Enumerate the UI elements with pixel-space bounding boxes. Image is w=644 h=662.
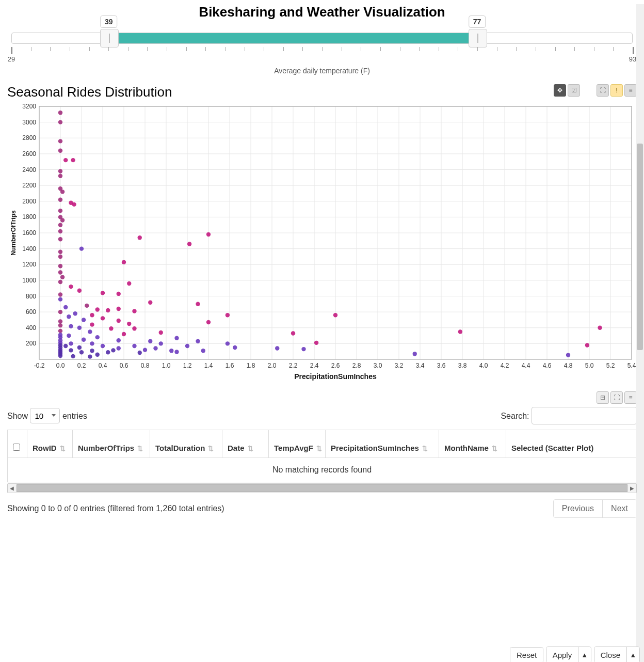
svg-text:3.2: 3.2 (395, 362, 404, 369)
svg-point-141 (226, 313, 230, 317)
select-icon[interactable]: ☑ (568, 84, 580, 97)
column-header[interactable]: MonthName⇅ (439, 430, 506, 458)
svg-point-209 (71, 354, 75, 358)
page-size-select[interactable]: 102550100 (30, 408, 60, 423)
scatter-chart[interactable]: -0.20.00.20.40.60.81.01.21.41.61.82.02.2… (7, 103, 637, 382)
search-input[interactable] (532, 407, 637, 424)
move-icon[interactable]: ✥ (554, 84, 566, 97)
svg-point-145 (82, 318, 86, 322)
data-table: RowID⇅NumberOfTrips⇅TotalDuration⇅Date⇅T… (7, 430, 637, 482)
svg-point-203 (174, 350, 179, 354)
svg-point-117 (58, 255, 62, 259)
svg-text:3000: 3000 (22, 119, 36, 126)
column-label: Date (228, 444, 245, 452)
svg-point-171 (196, 339, 200, 343)
svg-point-116 (58, 250, 62, 254)
svg-text:0.8: 0.8 (141, 362, 150, 369)
svg-point-121 (60, 275, 65, 279)
svg-point-190 (275, 346, 279, 350)
column-label: MonthName (444, 444, 489, 452)
svg-point-176 (226, 341, 230, 345)
svg-text:0.0: 0.0 (56, 362, 65, 369)
show-prefix: Show (7, 412, 28, 420)
column-label: Selected (Scatter Plot) (511, 444, 593, 452)
reset-button[interactable]: Reset (510, 648, 543, 663)
column-label: TempAvgF (274, 444, 313, 452)
table-toolbar: ⊟ ⛶ ≡ (7, 391, 637, 404)
slider-low-value: 39 (100, 15, 118, 28)
scroll-left-icon[interactable]: ◀ (8, 484, 16, 493)
svg-point-204 (413, 352, 417, 356)
close-dropdown-icon[interactable]: ▴ (626, 647, 639, 662)
svg-text:4.2: 4.2 (501, 362, 509, 369)
svg-point-187 (117, 346, 121, 350)
temperature-range-slider[interactable]: 39 77 2993 Average daily temperature (F) (11, 33, 633, 75)
select-all-checkbox[interactable] (13, 444, 20, 451)
svg-text:1.6: 1.6 (226, 362, 234, 369)
slider-handle-low[interactable] (100, 29, 119, 48)
svg-point-99 (58, 169, 62, 173)
sort-icon: ⇅ (208, 445, 214, 452)
chart-title: Seasonal Rides Distribution (7, 84, 172, 100)
svg-text:NumberOfTrips: NumberOfTrips (10, 210, 17, 256)
svg-point-123 (127, 281, 131, 286)
warning-icon[interactable]: ! (610, 84, 623, 97)
apply-dropdown-icon[interactable]: ▴ (578, 647, 591, 662)
svg-point-148 (206, 320, 211, 324)
svg-point-98 (71, 158, 75, 162)
svg-point-165 (95, 335, 100, 339)
menu-icon[interactable]: ≡ (624, 391, 637, 404)
scroll-right-icon[interactable]: ▶ (628, 484, 636, 493)
next-button[interactable]: Next (602, 500, 636, 517)
column-header[interactable]: Date⇅ (222, 430, 269, 458)
svg-point-195 (111, 348, 115, 352)
column-label: PrecipitationSumInches (331, 444, 419, 452)
svg-text:3200: 3200 (22, 103, 36, 110)
search-label: Search: (501, 412, 529, 420)
svg-text:1200: 1200 (22, 261, 36, 268)
page-scrollbar[interactable] (636, 4, 644, 662)
slider-high-value: 77 (469, 15, 486, 28)
svg-point-166 (174, 336, 179, 340)
column-header[interactable]: TempAvgF⇅ (269, 430, 326, 458)
menu-icon[interactable]: ≡ (624, 84, 637, 97)
svg-point-144 (101, 316, 105, 320)
svg-text:800: 800 (26, 293, 36, 300)
column-header[interactable]: Selected (Scatter Plot) (506, 430, 637, 458)
svg-point-201 (106, 350, 110, 354)
svg-point-142 (333, 313, 337, 317)
svg-point-191 (301, 347, 305, 351)
minimize-icon[interactable]: ⊟ (597, 391, 609, 404)
fullscreen-icon[interactable]: ⛶ (597, 84, 609, 97)
slider-handle-high[interactable] (469, 29, 487, 48)
table-status: Showing 0 to 0 of 0 entries (filtered fr… (7, 504, 224, 513)
svg-text:0.4: 0.4 (99, 362, 107, 369)
svg-point-126 (101, 291, 105, 295)
svg-point-96 (58, 149, 62, 153)
svg-point-178 (598, 326, 602, 330)
column-header[interactable]: RowID⇅ (27, 430, 73, 458)
svg-point-161 (122, 332, 126, 336)
svg-point-196 (143, 348, 147, 352)
svg-text:2600: 2600 (22, 150, 36, 157)
table-horizontal-scrollbar[interactable]: ◀ ▶ (7, 483, 637, 493)
svg-point-153 (77, 326, 82, 330)
svg-point-198 (201, 349, 205, 353)
svg-point-159 (159, 330, 163, 335)
apply-button[interactable]: Apply (546, 647, 578, 662)
previous-button[interactable]: Previous (554, 500, 602, 517)
column-header[interactable]: PrecipitationSumInches⇅ (326, 430, 439, 458)
svg-point-163 (67, 334, 71, 338)
svg-text:5.4: 5.4 (627, 362, 636, 369)
svg-text:5.2: 5.2 (606, 362, 615, 369)
svg-point-156 (458, 329, 462, 334)
svg-point-131 (196, 302, 200, 306)
svg-point-184 (585, 343, 589, 347)
svg-point-150 (90, 322, 94, 326)
close-button[interactable]: Close (594, 647, 626, 662)
column-header[interactable]: TotalDuration⇅ (150, 430, 222, 458)
column-header[interactable]: NumberOfTrips⇅ (73, 430, 150, 458)
fullscreen-icon[interactable]: ⛶ (610, 391, 623, 404)
svg-text:2000: 2000 (22, 198, 36, 205)
svg-point-94 (58, 120, 62, 124)
